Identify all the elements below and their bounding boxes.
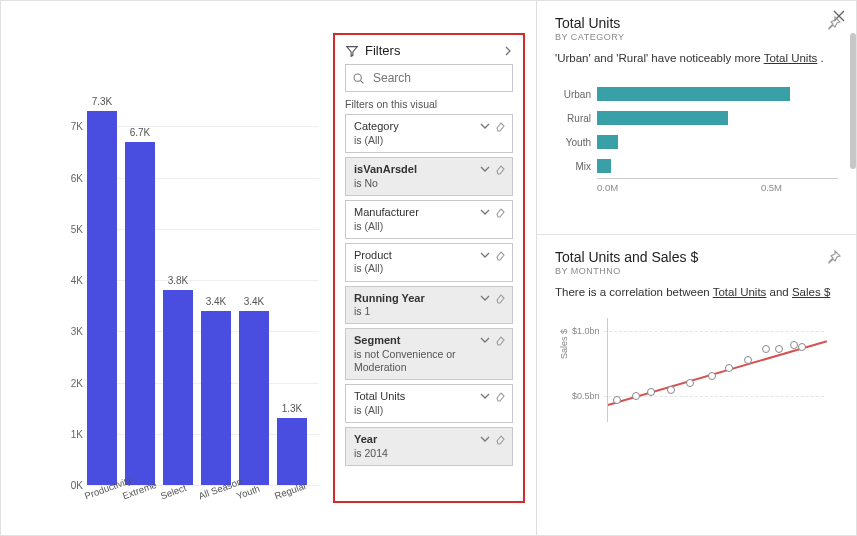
filter-condition: is (All)	[354, 220, 486, 233]
clear-filter-icon[interactable]	[494, 433, 506, 445]
bar-value-label: 1.3K	[282, 403, 303, 414]
hbar[interactable]	[597, 87, 790, 101]
y-tick-label: 6K	[65, 172, 83, 183]
y-axis-label: Sales $	[559, 329, 569, 359]
scatter-point[interactable]	[708, 372, 716, 380]
scatter-point[interactable]	[744, 356, 752, 364]
linked-term[interactable]: Sales $	[792, 286, 830, 298]
filter-item[interactable]: Segmentis not Convenience or Moderation	[345, 328, 513, 380]
filter-field-name: Running Year	[354, 292, 486, 306]
linked-term[interactable]: Total Units	[764, 52, 818, 64]
scatter-point[interactable]	[613, 396, 621, 404]
chevron-down-icon[interactable]	[479, 390, 491, 402]
bar-value-label: 3.8K	[168, 275, 189, 286]
filter-field-name: isVanArsdel	[354, 163, 486, 177]
filter-field-name: Year	[354, 433, 486, 447]
clear-filter-icon[interactable]	[494, 390, 506, 402]
bar[interactable]	[125, 142, 155, 485]
scatter-point[interactable]	[798, 343, 806, 351]
search-input[interactable]	[371, 70, 506, 86]
svg-point-0	[354, 74, 361, 81]
filter-item[interactable]: Categoryis (All)	[345, 114, 513, 153]
bar-value-label: 6.7K	[130, 127, 151, 138]
y-tick-label: 1K	[65, 428, 83, 439]
y-tick-label: 5K	[65, 223, 83, 234]
filter-condition: is not Convenience or Moderation	[354, 348, 486, 374]
bar[interactable]	[163, 290, 193, 485]
hbar-category-label: Mix	[555, 161, 591, 172]
scatter-chart: Sales $ $1.0bn$0.5bn	[567, 314, 830, 424]
scatter-point[interactable]	[686, 379, 694, 387]
filter-condition: is 1	[354, 305, 486, 318]
filter-condition: is (All)	[354, 262, 486, 275]
filters-pane: Filters Filters on this visual Categoryi…	[333, 33, 525, 503]
filters-search[interactable]	[345, 64, 513, 92]
bar-value-label: 3.4K	[206, 296, 227, 307]
clear-filter-icon[interactable]	[494, 163, 506, 175]
chevron-down-icon[interactable]	[479, 433, 491, 445]
y-tick-label: 2K	[65, 377, 83, 388]
filter-field-name: Segment	[354, 334, 486, 348]
clear-filter-icon[interactable]	[494, 334, 506, 346]
bar[interactable]	[201, 311, 231, 485]
card-title: Total Units	[555, 15, 838, 31]
chevron-down-icon[interactable]	[479, 163, 491, 175]
card-title: Total Units and Sales $	[555, 249, 838, 265]
filter-item[interactable]: Total Unitsis (All)	[345, 384, 513, 423]
hbar-x-axis: 0.0M0.5M	[597, 178, 838, 193]
scatter-point[interactable]	[647, 388, 655, 396]
search-icon	[352, 72, 365, 85]
y-tick-label: 4K	[65, 275, 83, 286]
filter-condition: is (All)	[354, 134, 486, 147]
chevron-down-icon[interactable]	[479, 206, 491, 218]
y-tick-label: $1.0bn	[572, 326, 600, 336]
filter-item[interactable]: Manufactureris (All)	[345, 200, 513, 239]
y-tick-label: 7K	[65, 121, 83, 132]
filters-section-label: Filters on this visual	[345, 98, 513, 110]
bar-value-label: 7.3K	[92, 96, 113, 107]
scatter-point[interactable]	[667, 386, 675, 394]
filter-field-name: Product	[354, 249, 486, 263]
hbar-category-label: Urban	[555, 89, 591, 100]
chevron-down-icon[interactable]	[479, 249, 491, 261]
y-tick-label: $0.5bn	[572, 391, 600, 401]
bar-value-label: 3.4K	[244, 296, 265, 307]
clear-filter-icon[interactable]	[494, 206, 506, 218]
filter-item[interactable]: Yearis 2014	[345, 427, 513, 466]
bar[interactable]	[87, 111, 117, 485]
chevron-down-icon[interactable]	[479, 334, 491, 346]
hbar-category-label: Youth	[555, 137, 591, 148]
filter-item[interactable]: isVanArsdelis No	[345, 157, 513, 196]
scatter-point[interactable]	[775, 345, 783, 353]
filter-field-name: Category	[354, 120, 486, 134]
clear-filter-icon[interactable]	[494, 292, 506, 304]
scatter-point[interactable]	[762, 345, 770, 353]
card-subtitle: BY MONTHNO	[555, 266, 838, 276]
clear-filter-icon[interactable]	[494, 120, 506, 132]
hbar-category-label: Rural	[555, 113, 591, 124]
hbar[interactable]	[597, 111, 728, 125]
chevron-down-icon[interactable]	[479, 120, 491, 132]
bar[interactable]	[277, 418, 307, 485]
pin-icon[interactable]	[826, 15, 842, 31]
filter-item[interactable]: Running Yearis 1	[345, 286, 513, 325]
filter-item[interactable]: Productis (All)	[345, 243, 513, 282]
scatter-point[interactable]	[632, 392, 640, 400]
scatter-point[interactable]	[725, 364, 733, 372]
hbar[interactable]	[597, 135, 618, 149]
insight-card-total-units: Total Units BY CATEGORY 'Urban' and 'Rur…	[537, 1, 856, 230]
bar[interactable]	[239, 311, 269, 485]
scatter-point[interactable]	[790, 341, 798, 349]
card-caption: There is a correlation between Total Uni…	[555, 284, 838, 300]
chevron-down-icon[interactable]	[479, 292, 491, 304]
hbar[interactable]	[597, 159, 611, 173]
collapse-filters-icon[interactable]	[503, 46, 513, 56]
pin-icon[interactable]	[826, 249, 842, 265]
linked-term[interactable]: Total Units	[713, 286, 767, 298]
clear-filter-icon[interactable]	[494, 249, 506, 261]
filter-field-name: Total Units	[354, 390, 486, 404]
card-caption: 'Urban' and 'Rural' have noticeably more…	[555, 50, 838, 66]
card-subtitle: BY CATEGORY	[555, 32, 838, 42]
horizontal-bar-chart: UrbanRuralYouthMix0.0M0.5M	[555, 82, 838, 222]
filter-condition: is (All)	[354, 404, 486, 417]
